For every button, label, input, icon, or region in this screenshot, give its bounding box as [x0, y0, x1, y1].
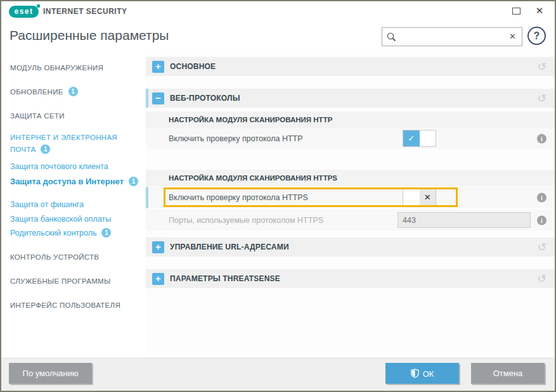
sidebar-item-web-and-email[interactable]: ИНТЕРНЕТ И ЭЛЕКТРОННАЯ ПОЧТА1 — [10, 132, 139, 156]
modified-indicator — [146, 187, 148, 208]
titlebar: eset INTERNET SECURITY ✕ — [1, 1, 555, 22]
https-group-title: НАСТРОЙКА МОДУЛЯ СКАНИРОВАНИЯ HTTPS — [146, 170, 555, 186]
sidebar-item-parental-control[interactable]: Родительский контроль1 — [10, 227, 139, 239]
revert-icon[interactable]: ↺ — [538, 242, 546, 253]
maximize-button[interactable] — [512, 8, 520, 15]
sidebar: МОДУЛЬ ОБНАРУЖЕНИЯ ОБНОВЛЕНИЕ1 ЗАЩИТА СЕ… — [1, 55, 146, 358]
sidebar-item-network-protection[interactable]: ЗАЩИТА СЕТИ — [10, 110, 139, 122]
info-icon: i — [537, 215, 546, 225]
product-name: INTERNET SECURITY — [43, 7, 127, 16]
https-ports-input[interactable] — [398, 212, 531, 228]
expand-icon[interactable]: + — [152, 273, 164, 285]
count-badge: 1 — [101, 228, 111, 237]
revert-icon[interactable]: ↺ — [538, 274, 546, 284]
search-icon — [387, 32, 396, 42]
footer: По умолчанию ОК Отмена — [1, 358, 555, 391]
count-badge: 1 — [41, 144, 50, 154]
sidebar-item-detection-engine[interactable]: МОДУЛЬ ОБНАРУЖЕНИЯ — [10, 62, 139, 74]
header: Расширенные параметры ✕ ? — [1, 22, 555, 55]
http-group-title: НАСТРОЙКА МОДУЛЯ СКАНИРОВАНИЯ HTTP — [146, 111, 555, 128]
cross-icon: ✕ — [420, 189, 436, 205]
section-basic[interactable]: + ОСНОВНОЕ ↺ — [146, 57, 555, 76]
count-badge: 1 — [68, 87, 78, 96]
check-icon: ✓ — [403, 130, 420, 146]
page-title: Расширенные параметры — [10, 28, 169, 43]
expand-icon[interactable]: + — [152, 61, 164, 73]
sidebar-item-tools[interactable]: СЛУЖЕБНЫЕ ПРОГРАММЫ — [10, 275, 139, 288]
eset-window: eset INTERNET SECURITY ✕ Расширенные пар… — [0, 0, 556, 392]
section-threatsense[interactable]: + ПАРАМЕТРЫ THREATSENSE ↺ — [146, 269, 555, 288]
sidebar-item-email-client-protection[interactable]: Защита почтового клиента — [10, 161, 139, 173]
sidebar-item-user-interface[interactable]: ИНТЕРФЕЙС ПОЛЬЗОВАТЕЛЯ — [10, 300, 139, 312]
revert-icon[interactable]: ↺ — [538, 61, 546, 72]
expand-icon[interactable]: + — [152, 241, 164, 253]
help-button[interactable]: ? — [527, 27, 546, 45]
sidebar-item-device-control[interactable]: КОНТРОЛЬ УСТРОЙСТВ — [10, 251, 139, 263]
uac-shield-icon — [411, 369, 419, 378]
clear-search-icon[interactable]: ✕ — [509, 32, 516, 41]
ok-button[interactable]: ОК — [385, 363, 459, 384]
https-toggle[interactable]: ✕ — [403, 189, 436, 206]
close-button[interactable]: ✕ — [533, 5, 546, 16]
search-input[interactable] — [399, 29, 503, 44]
sidebar-item-update[interactable]: ОБНОВЛЕНИЕ1 — [10, 86, 139, 98]
eset-logo: eset — [9, 6, 39, 18]
http-toggle[interactable]: ✓ — [403, 130, 436, 147]
cancel-button[interactable]: Отмена — [471, 363, 545, 384]
section-url-management[interactable]: + УПРАВЛЕНИЕ URL-АДРЕСАМИ ↺ — [146, 237, 555, 256]
https-ports-row: Порты, используемые протоколом HTTPS i — [146, 210, 555, 231]
revert-icon[interactable]: ↺ — [538, 93, 546, 104]
sidebar-item-banking-protection[interactable]: Защита банковской оплаты — [10, 213, 139, 225]
modified-indicator — [146, 89, 148, 108]
https-toggle-row: Включить проверку протокола HTTPS ✕ i — [146, 187, 555, 208]
collapse-icon[interactable]: − — [152, 92, 164, 104]
count-badge: 1 — [129, 177, 138, 186]
http-toggle-row: Включить проверку протокола HTTP ✓ i — [146, 128, 555, 149]
sidebar-item-anti-phishing[interactable]: Защита от фишинга — [10, 199, 139, 211]
settings-panel: + ОСНОВНОЕ ↺ − ВЕБ-ПРОТОКОЛЫ ↺ НАСТРОЙКА… — [146, 55, 555, 358]
info-icon: i — [537, 134, 546, 143]
default-button[interactable]: По умолчанию — [9, 363, 92, 384]
section-web-protocols[interactable]: − ВЕБ-ПРОТОКОЛЫ ↺ — [146, 89, 555, 108]
info-icon: i — [537, 193, 546, 203]
search-box: ✕ — [382, 27, 522, 46]
sidebar-item-web-access-protection[interactable]: Защита доступа в Интернет1 — [10, 175, 139, 187]
